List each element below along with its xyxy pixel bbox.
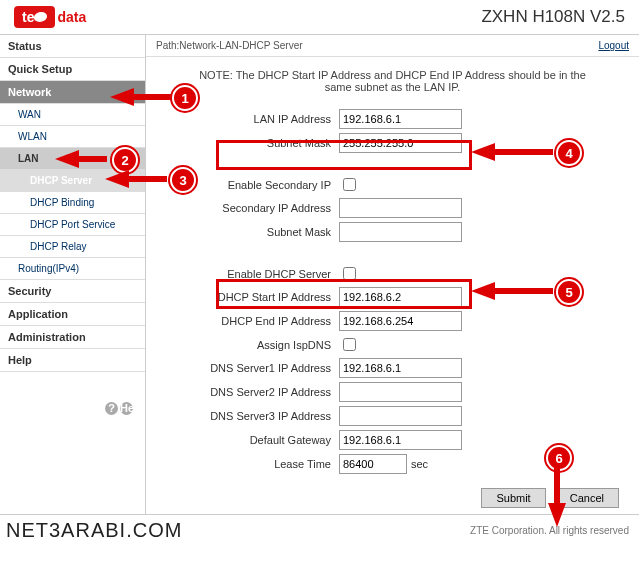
nav-dhcp-server[interactable]: DHCP Server: [0, 170, 145, 192]
nav-help[interactable]: Help: [0, 349, 145, 372]
secondary-subnet-input[interactable]: [339, 222, 462, 242]
brand-logo: te data: [14, 6, 86, 28]
enable-dhcp-checkbox[interactable]: [343, 267, 356, 280]
dns2-input[interactable]: [339, 382, 462, 402]
model-label: ZXHN H108N V2.5: [481, 7, 625, 27]
nav-quick-setup[interactable]: Quick Setup: [0, 58, 145, 81]
nav-wlan[interactable]: WLAN: [0, 126, 145, 148]
secondary-subnet-label: Subnet Mask: [166, 226, 339, 238]
enable-secondary-checkbox[interactable]: [343, 178, 356, 191]
note-text: NOTE: The DHCP Start IP Address and DHCP…: [146, 57, 639, 105]
nav-security[interactable]: Security: [0, 280, 145, 303]
gateway-label: Default Gateway: [166, 434, 339, 446]
enable-dhcp-label: Enable DHCP Server: [166, 268, 339, 280]
nav-wan[interactable]: WAN: [0, 104, 145, 126]
dhcp-end-label: DHCP End IP Address: [166, 315, 339, 327]
subnet-label: Subnet Mask: [166, 137, 339, 149]
nav-application[interactable]: Application: [0, 303, 145, 326]
dns2-label: DNS Server2 IP Address: [166, 386, 339, 398]
lan-ip-input[interactable]: [339, 109, 462, 129]
watermark: NET3ARABI.COM: [0, 519, 182, 542]
dns3-input[interactable]: [339, 406, 462, 426]
help-icon[interactable]: ?Help: [0, 372, 145, 415]
nav-dhcp-binding[interactable]: DHCP Binding: [0, 192, 145, 214]
nav-dhcp-port[interactable]: DHCP Port Service: [0, 214, 145, 236]
breadcrumb: Path:Network-LAN-DHCP Server: [156, 40, 303, 51]
secondary-ip-label: Secondary IP Address: [166, 202, 339, 214]
lease-label: Lease Time: [166, 458, 339, 470]
nav-routing[interactable]: Routing(IPv4): [0, 258, 145, 280]
dns3-label: DNS Server3 IP Address: [166, 410, 339, 422]
dhcp-start-label: DHCP Start IP Address: [166, 291, 339, 303]
nav-network[interactable]: Network: [0, 81, 145, 104]
submit-button[interactable]: Submit: [481, 488, 545, 508]
nav-administration[interactable]: Administration: [0, 326, 145, 349]
dns1-label: DNS Server1 IP Address: [166, 362, 339, 374]
logout-link[interactable]: Logout: [598, 40, 629, 51]
subnet-input[interactable]: [339, 133, 462, 153]
assign-ispdns-checkbox[interactable]: [343, 338, 356, 351]
dhcp-start-input[interactable]: [339, 287, 462, 307]
lease-unit: sec: [411, 458, 428, 470]
assign-ispdns-label: Assign IspDNS: [166, 339, 339, 351]
nav-lan[interactable]: LAN: [0, 148, 145, 170]
secondary-ip-input[interactable]: [339, 198, 462, 218]
gateway-input[interactable]: [339, 430, 462, 450]
enable-secondary-label: Enable Secondary IP: [166, 179, 339, 191]
nav-status[interactable]: Status: [0, 35, 145, 58]
lan-ip-label: LAN IP Address: [166, 113, 339, 125]
content-pane: Path:Network-LAN-DHCP Server Logout NOTE…: [146, 35, 639, 514]
copyright: ZTE Corporation. All rights reserved: [470, 525, 639, 536]
sidebar: Status Quick Setup Network WAN WLAN LAN …: [0, 35, 146, 514]
lease-input[interactable]: [339, 454, 407, 474]
dns1-input[interactable]: [339, 358, 462, 378]
nav-dhcp-relay[interactable]: DHCP Relay: [0, 236, 145, 258]
dhcp-end-input[interactable]: [339, 311, 462, 331]
cancel-button[interactable]: Cancel: [555, 488, 619, 508]
